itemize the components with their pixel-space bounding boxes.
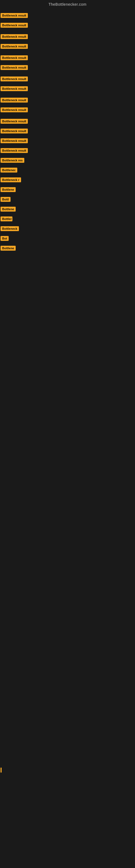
bottleneck-badge[interactable]: Bottlenec	[1, 167, 17, 173]
bottleneck-badge[interactable]: Bottleneck res	[1, 158, 24, 163]
bottleneck-badge[interactable]: Bottleneck result	[1, 138, 28, 143]
bottleneck-badge[interactable]: Bottleneck result	[1, 34, 28, 39]
bottleneck-badge[interactable]: Bottleneck result	[1, 119, 28, 124]
bottleneck-badge[interactable]: Bottlene	[1, 187, 16, 192]
list-item: Bottleneck result	[1, 76, 135, 82]
list-item: Bottleneck result	[1, 107, 135, 113]
bottleneck-badge[interactable]: Bottleneck result	[1, 65, 28, 70]
bottleneck-badge[interactable]: Bottleneck result	[1, 23, 28, 28]
list-item: Bottleneck result	[1, 128, 135, 134]
list-item: Bottleneck r	[1, 177, 135, 183]
list-item: Bottlene	[1, 206, 135, 212]
list-item: Bottleneck result	[1, 97, 135, 103]
bottleneck-badge[interactable]: Bottlene	[1, 246, 16, 251]
bottleneck-badge[interactable]: Bottl	[1, 197, 10, 202]
bottleneck-badge[interactable]: Bottleneck result	[1, 86, 28, 91]
list-item: Bottleneck result	[1, 148, 135, 154]
bottleneck-badge[interactable]: Bottlene	[1, 207, 16, 212]
bottleneck-badge[interactable]: Bottleneck result	[1, 98, 28, 102]
bottleneck-badge[interactable]: Bottleneck result	[1, 129, 28, 133]
bottleneck-badge[interactable]: Bottleneck	[1, 226, 19, 231]
list-item: Bottleneck result	[1, 65, 135, 70]
bottleneck-badge[interactable]: Bottleneck result	[1, 107, 28, 112]
list-item: Bot	[1, 236, 135, 241]
items-container: Bottleneck resultBottleneck resultBottle…	[0, 8, 135, 252]
bottleneck-badge[interactable]: Bottleneck result	[1, 148, 28, 153]
bottleneck-badge[interactable]: Bottleneck result	[1, 44, 28, 49]
list-item: Bottler	[1, 216, 135, 222]
bottleneck-badge[interactable]: Bottleneck result	[1, 13, 28, 18]
list-item: Bottleneck result	[1, 55, 135, 61]
list-item: Bottleneck result	[1, 34, 135, 40]
page-wrapper: TheBottlenecker.com Bottleneck resultBot…	[0, 0, 135, 773]
bottleneck-badge[interactable]: Bottler	[1, 216, 12, 221]
list-item: Bottleneck result	[1, 22, 135, 28]
bottleneck-badge[interactable]: Bottleneck result	[1, 76, 28, 82]
list-item: Bottl	[1, 196, 135, 203]
list-item: Bottleneck result	[1, 86, 135, 92]
site-title: TheBottlenecker.com	[0, 0, 135, 8]
tiny-indicator	[1, 768, 2, 773]
list-item: Bottlenec	[1, 167, 135, 173]
list-item: Bottleneck result	[1, 43, 135, 50]
bottleneck-badge[interactable]: Bottleneck result	[1, 55, 28, 60]
list-item: Bottleneck	[1, 226, 135, 231]
bottleneck-badge[interactable]: Bot	[1, 236, 9, 241]
list-item: Bottleneck result	[1, 118, 135, 124]
bottleneck-badge[interactable]: Bottleneck r	[1, 177, 21, 182]
list-item: Bottlene	[1, 245, 135, 251]
list-item: Bottleneck result	[1, 138, 135, 144]
list-item: Bottleneck res	[1, 157, 135, 163]
list-item: Bottleneck result	[1, 12, 135, 19]
list-item: Bottlene	[1, 187, 135, 193]
